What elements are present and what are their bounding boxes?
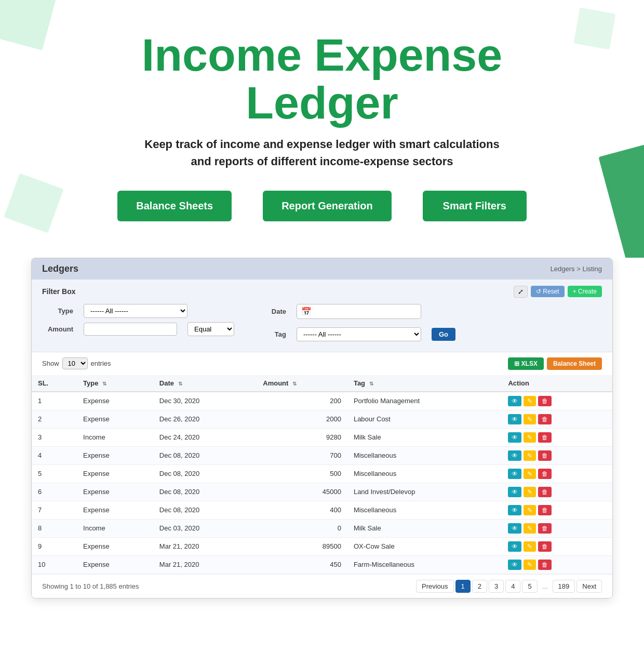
cell-type: Expense	[77, 446, 153, 464]
tag-select[interactable]: ------ All ------	[297, 327, 421, 341]
reset-button[interactable]: ↺ Reset	[531, 286, 565, 297]
cell-date: Dec 08, 2020	[153, 464, 257, 483]
cell-type: Income	[77, 519, 153, 537]
delete-button[interactable]: 🗑	[538, 541, 552, 552]
filter-box: Filter Box ⤢ ↺ Reset + Create Type -----…	[32, 280, 612, 352]
prev-button[interactable]: Previous	[416, 580, 454, 593]
filter-actions: ⤢ ↺ Reset + Create	[514, 286, 602, 298]
cell-action: 👁 ✎ 🗑	[502, 464, 612, 483]
table-body: 1 Expense Dec 30, 2020 200 Portfolio Man…	[32, 392, 612, 574]
cell-date: Dec 30, 2020	[153, 392, 257, 410]
col-type[interactable]: Type ⇅	[77, 375, 153, 392]
filter-left: Type ------ All ------ Amount Equal	[42, 304, 234, 345]
cell-action: 👁 ✎ 🗑	[502, 537, 612, 555]
deco-bottom-right	[598, 142, 644, 258]
filter-rows: Type ------ All ------ Amount Equal Date	[42, 304, 602, 345]
edit-button[interactable]: ✎	[524, 432, 536, 443]
col-amount[interactable]: Amount ⇅	[257, 375, 347, 392]
view-button[interactable]: 👁	[508, 414, 521, 424]
edit-button[interactable]: ✎	[524, 523, 536, 534]
delete-button[interactable]: 🗑	[538, 432, 552, 443]
cell-sl: 2	[32, 410, 77, 428]
tag-label: Tag	[255, 330, 286, 338]
app-title: Ledgers	[42, 263, 78, 274]
cell-amount: 0	[257, 519, 347, 537]
cell-type: Income	[77, 428, 153, 446]
delete-button[interactable]: 🗑	[538, 505, 552, 515]
edit-button[interactable]: ✎	[524, 414, 536, 424]
delete-button[interactable]: 🗑	[538, 414, 552, 424]
cell-sl: 7	[32, 501, 77, 519]
next-button[interactable]: Next	[576, 580, 602, 593]
delete-button[interactable]: 🗑	[538, 469, 552, 479]
cell-date: Dec 08, 2020	[153, 501, 257, 519]
view-button[interactable]: 👁	[508, 469, 521, 479]
create-button[interactable]: + Create	[568, 286, 602, 297]
view-button[interactable]: 👁	[508, 505, 521, 515]
balance-sheets-button[interactable]: Balance Sheets	[117, 191, 232, 221]
equal-select[interactable]: Equal	[187, 322, 234, 336]
delete-button[interactable]: 🗑	[538, 523, 552, 534]
report-generation-button[interactable]: Report Generation	[263, 191, 392, 221]
cell-amount: 89500	[257, 537, 347, 555]
edit-button[interactable]: ✎	[524, 396, 536, 406]
amount-sort-icon: ⇅	[292, 381, 297, 387]
cell-action: 👁 ✎ 🗑	[502, 501, 612, 519]
view-button[interactable]: 👁	[508, 450, 521, 461]
calendar-icon: 📅	[301, 307, 312, 316]
deco-bottom-left	[4, 173, 63, 233]
cell-amount: 9280	[257, 428, 347, 446]
page-4-button[interactable]: 4	[505, 580, 520, 593]
delete-button[interactable]: 🗑	[538, 396, 552, 406]
view-button[interactable]: 👁	[508, 560, 521, 570]
data-table: SL. Type ⇅ Date ⇅ Amount ⇅ Tag ⇅ Action …	[32, 375, 612, 574]
view-button[interactable]: 👁	[508, 432, 521, 443]
cell-amount: 45000	[257, 483, 347, 501]
table-row: 7 Expense Dec 08, 2020 400 Miscellaneous…	[32, 501, 612, 519]
cell-type: Expense	[77, 410, 153, 428]
delete-button[interactable]: 🗑	[538, 450, 552, 461]
edit-button[interactable]: ✎	[524, 505, 536, 515]
balance-sheet-button[interactable]: Balance Sheet	[547, 357, 602, 370]
edit-button[interactable]: ✎	[524, 560, 536, 570]
type-select[interactable]: ------ All ------	[84, 304, 187, 318]
view-button[interactable]: 👁	[508, 396, 521, 406]
cell-tag: Milk Sale	[347, 428, 502, 446]
table-controls: Show 10 entries ⊞ XLSX Balance Sheet	[32, 352, 612, 375]
edit-button[interactable]: ✎	[524, 450, 536, 461]
view-button[interactable]: 👁	[508, 523, 521, 534]
date-input-wrap[interactable]: 📅	[297, 304, 421, 319]
type-sort-icon: ⇅	[102, 381, 106, 387]
page-1-button[interactable]: 1	[455, 580, 471, 593]
delete-button[interactable]: 🗑	[538, 560, 552, 570]
edit-button[interactable]: ✎	[524, 541, 536, 552]
xlsx-button[interactable]: ⊞ XLSX	[508, 357, 544, 370]
smart-filters-button[interactable]: Smart Filters	[423, 191, 527, 221]
table-row: 10 Expense Mar 21, 2020 450 Farm-Miscell…	[32, 555, 612, 574]
cell-type: Expense	[77, 555, 153, 574]
edit-button[interactable]: ✎	[524, 469, 536, 479]
col-date[interactable]: Date ⇅	[153, 375, 257, 392]
hero-title: Income Expense Ledger	[42, 31, 602, 127]
page-5-button[interactable]: 5	[522, 580, 537, 593]
page-2-button[interactable]: 2	[472, 580, 487, 593]
edit-button[interactable]: ✎	[524, 487, 536, 497]
page-189-button[interactable]: 189	[553, 580, 575, 593]
col-tag[interactable]: Tag ⇅	[347, 375, 502, 392]
page-3-button[interactable]: 3	[489, 580, 504, 593]
entries-label: entries	[91, 360, 111, 367]
table-row: 8 Income Dec 03, 2020 0 Milk Sale 👁 ✎ 🗑	[32, 519, 612, 537]
delete-button[interactable]: 🗑	[538, 487, 552, 497]
filter-box-header: Filter Box ⤢ ↺ Reset + Create	[42, 286, 602, 298]
cell-type: Expense	[77, 464, 153, 483]
amount-input[interactable]	[84, 323, 177, 336]
view-button[interactable]: 👁	[508, 487, 521, 497]
showing-text: Showing 1 to 10 of 1,885 entries	[42, 582, 139, 590]
cell-action: 👁 ✎ 🗑	[502, 446, 612, 464]
entries-select[interactable]: 10	[62, 357, 88, 369]
cell-tag: Portfolio Management	[347, 392, 502, 410]
go-button[interactable]: Go	[432, 328, 455, 341]
view-button[interactable]: 👁	[508, 541, 521, 552]
collapse-button[interactable]: ⤢	[514, 286, 528, 298]
table-header-row: SL. Type ⇅ Date ⇅ Amount ⇅ Tag ⇅ Action	[32, 375, 612, 392]
